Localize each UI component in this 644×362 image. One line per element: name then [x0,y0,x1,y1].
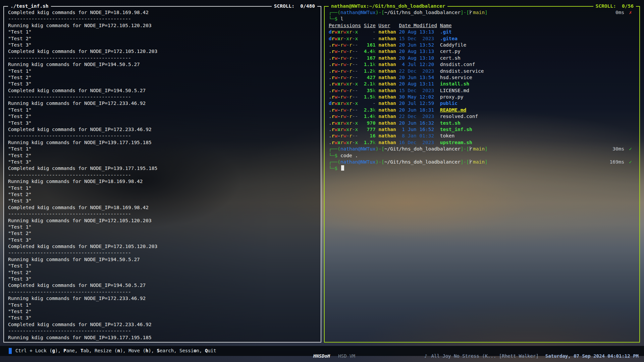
file-name: public [440,101,458,106]
command-duration: 30ms✓ [612,146,632,152]
file-row: .rw-rw-r--167nathan20 Aug 13:10cert.sh [329,55,635,61]
user-cell: nathan [378,120,396,126]
date-modified-cell: 4 Jul 12:20 [399,61,437,68]
pane-left-terminal[interactable]: ./test_inf.sh SCROLL: 0/480 Completed kd… [3,6,321,343]
date-modified-cell: 15 Dec 2023 [399,36,437,42]
prompt-line: ┌──(nathan@NWTux)-[~/Git/hns_doh_loadbal… [329,9,635,16]
user-cell: nathan [378,81,396,87]
permissions-cell: .rw-rw-r-- [329,87,361,94]
user-cell: nathan [378,94,396,100]
user-cell: nathan [378,68,396,74]
output-line: Running kdig commands for NODE_IP=18.169… [8,178,317,185]
output-line: "Test 2" [8,153,317,159]
output-line: "Test 3" [8,159,317,165]
command-duration: 169ms✓ [610,159,632,165]
permissions-cell: .rwxrwxr-x [329,139,361,146]
date-modified-cell: 20 Aug 13:11 [399,81,437,87]
output-line: Completed kdig commands for NODE_IP=172.… [8,321,317,328]
hint-segment: ane, [66,348,80,353]
git-branch-icon [469,146,472,153]
size-cell: 2.3k [364,107,376,113]
output-line: Running kdig commands for NODE_IP=172.23… [8,295,317,302]
hint-segment: ), [148,348,157,353]
column-header: User [378,22,396,29]
git-branch-icon [469,10,472,16]
output-line: Completed kdig commands for NODE_IP=194.… [8,87,317,94]
keybinding-hints: Ctrl + Lock (g), Pane, Tab, Resize (n), … [15,348,216,353]
permissions-cell: drwxrwxr-x [329,29,361,35]
command-line: └─$ code . [329,153,635,159]
file-name: install.sh [440,81,469,86]
permissions-cell: drwxrwxr-x [329,100,361,107]
date-modified-cell: 22 Dec 2023 [399,113,437,120]
output-line: ----------------------------------------… [8,211,317,217]
output-line: Running kdig commands for NODE_IP=194.50… [8,61,317,68]
git-branch-name: main [473,159,485,165]
size-cell: 16 [364,133,376,139]
hint-segment: ), [55,348,63,353]
output-line: ----------------------------------------… [8,328,317,334]
music-note-icon: ♪ [424,353,427,359]
date-modified-cell: 15 Dec 2023 [399,87,437,94]
output-line: "Test 1" [8,263,317,269]
hint-segment: n, [197,348,205,353]
output-line: "Test 1" [8,302,317,308]
file-name: token [440,133,455,138]
hint-segment: earch, [160,348,179,353]
permissions-cell: .rw-rw-r-- [329,55,361,61]
size-cell: 427 [364,74,376,81]
output-line: "Test 1" [8,185,317,191]
pane-right-terminal[interactable]: nathan@NWTux:~/Git/hns_doh_loadbalancer … [324,6,640,343]
output-line: "Test 2" [8,269,317,276]
column-header: Permissions [329,22,361,29]
date-modified-cell: 16 Dec 2023 [399,139,437,146]
user-cell: nathan [378,36,396,42]
user-cell: nathan [378,55,396,61]
pane-right-output[interactable]: ┌──(nathan@NWTux)-[~/Git/hns_doh_loadbal… [325,7,639,342]
output-line: Running kdig commands for NODE_IP=172.10… [8,22,317,29]
date-modified-cell: 20 Aug 13:13 [399,48,437,55]
file-row: .rw-rw-r--1.5knathan30 May 12:02proxy.py [329,94,635,100]
output-line: Completed kdig commands for NODE_IP=172.… [8,243,317,250]
prompt-path: ~/Git/hns_doh_loadbalancer [384,10,461,15]
date-modified-cell: 20 Jun 13:54 [399,74,437,81]
date-modified-cell: 20 Jun 16:32 [399,120,437,126]
file-row: .rw-rw-r--427nathan20 Jun 13:54hsd.servi… [329,74,635,81]
permissions-cell: drwxr-xr-x [329,36,361,42]
column-header: Date Modified [399,22,437,29]
file-name: hsd.service [440,75,472,80]
host-label: HSD VM [338,353,355,359]
hint-segment: ), [120,348,128,353]
command-text: code . [337,153,358,158]
pane-left-output[interactable]: Completed kdig commands for NODE_IP=18.1… [4,7,321,342]
prompt-path: ~/Git/hns_doh_loadbalancer [384,146,461,152]
file-name: .git [440,29,452,35]
permissions-cell: .rw-rw-r-- [329,74,361,81]
output-line: ----------------------------------------… [8,172,317,178]
prompt-line: ┌──(nathan@NWTux)-[~/Git/hns_doh_loadbal… [329,159,635,165]
size-cell: - [364,29,376,35]
permissions-cell: .rw-rw-r-- [329,68,361,74]
output-line: ----------------------------------------… [8,133,317,139]
date-modified-cell: 22 Dec 2023 [399,68,437,74]
size-cell: 167 [364,55,376,61]
size-cell: - [364,36,376,42]
file-name: proxy.py [440,94,464,100]
file-row: .rw-rw-r--4.4knathan20 Aug 13:13cert.py [329,48,635,55]
hint-segment: o [194,348,196,353]
file-row: .rw-rw-r--16nathan 8 Jan 01:32token [329,133,635,139]
permissions-cell: .rwxrwxr-x [329,81,361,87]
file-name: test.sh [440,120,461,126]
hint-segment: n [117,348,120,353]
file-row: drwxrwxr-x-nathan20 Jul 12:59public [329,100,635,107]
command-line: └─$ l [329,16,635,22]
date-modified-cell: 20 Jun 18:31 [399,107,437,113]
success-icon: ✓ [629,159,632,165]
output-line: "Test 2" [8,36,317,42]
output-line: Completed kdig commands for NODE_IP=18.1… [8,204,317,211]
file-row: .rw-rw-r--1.4knathan22 Dec 2023resolved.… [329,113,635,120]
file-name: upstream.sh [440,140,472,145]
file-row: .rw-rw-r--35knathan15 Dec 2023LICENSE.md [329,87,635,94]
output-line: ----------------------------------------… [8,16,317,22]
command-line: └─$ [329,165,635,172]
